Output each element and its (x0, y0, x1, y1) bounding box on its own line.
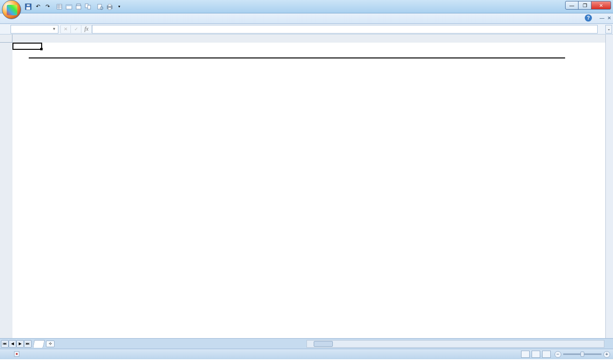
vertical-scrollbar[interactable] (605, 34, 613, 338)
sheet-tab-bar: ⏮ ◀ ▶ ⏭ ✧ (0, 338, 613, 349)
office-button[interactable] (2, 0, 21, 19)
svg-rect-10 (77, 4, 80, 6)
window-controls: — ❐ ✕ (566, 1, 611, 10)
formula-bar: ▼ ✕ ✓ fx ⌄ (0, 24, 613, 34)
save-icon[interactable] (24, 2, 33, 11)
tab-addins[interactable] (115, 21, 126, 23)
tab-review[interactable] (80, 21, 92, 23)
zoom-out-button[interactable]: − (555, 351, 561, 358)
name-box-dropdown-icon[interactable]: ▼ (52, 27, 56, 31)
quick-access-toolbar: ↶ ↷ ▼ (24, 2, 124, 11)
qat-dropdown-icon[interactable]: ▼ (115, 2, 124, 11)
undo-icon[interactable]: ↶ (34, 2, 42, 11)
chart-title (29, 56, 565, 58)
tab-home[interactable] (23, 21, 34, 23)
tab-data[interactable] (69, 21, 80, 23)
svg-point-19 (16, 353, 18, 355)
macro-record-icon[interactable] (13, 351, 20, 358)
title-bar: ↶ ↷ ▼ — ❐ ✕ (0, 0, 613, 13)
formula-expand-icon[interactable]: ⌄ (605, 25, 612, 34)
svg-rect-3 (57, 4, 62, 9)
status-bar: − + (0, 349, 613, 359)
formula-input[interactable] (92, 25, 598, 34)
maximize-button[interactable]: ❐ (578, 1, 591, 10)
zoom-in-button[interactable]: + (603, 351, 610, 358)
print-icon[interactable] (105, 2, 114, 11)
sheet-nav-last-icon[interactable]: ⏭ (24, 340, 32, 348)
workbook-close-icon[interactable]: ✕ (607, 15, 611, 21)
minimize-button[interactable]: — (565, 1, 579, 10)
sheet-nav-first-icon[interactable]: ⏮ (1, 340, 9, 348)
ribbon-tabs: ? — ✕ (0, 13, 613, 24)
close-button[interactable]: ✕ (591, 1, 611, 10)
svg-rect-8 (66, 5, 72, 6)
svg-rect-2 (27, 4, 30, 6)
sheet-tab-active[interactable] (33, 340, 45, 348)
ribbon-minimize-icon[interactable]: — (600, 15, 604, 21)
tab-view[interactable] (92, 21, 103, 23)
column-headers[interactable] (12, 34, 613, 43)
name-box[interactable]: ▼ (11, 25, 58, 34)
qat-icon-4[interactable] (84, 2, 92, 11)
qat-icon-3[interactable] (74, 2, 83, 11)
svg-rect-1 (26, 7, 30, 10)
qat-icon-1[interactable] (55, 2, 64, 11)
horizontal-scrollbar[interactable] (306, 340, 604, 348)
sheet-nav-next-icon[interactable]: ▶ (16, 340, 24, 348)
active-cell[interactable] (12, 43, 42, 50)
fx-icon[interactable]: fx (81, 25, 92, 34)
fx-cancel-icon[interactable]: ✕ (60, 25, 71, 34)
tab-developer[interactable] (103, 21, 115, 23)
print-preview-icon[interactable] (96, 2, 104, 11)
cells-area[interactable] (12, 43, 613, 338)
new-sheet-button[interactable]: ✧ (46, 341, 55, 347)
zoom-slider[interactable] (563, 353, 602, 355)
row-headers[interactable] (0, 43, 12, 338)
worksheet-grid[interactable] (0, 34, 613, 338)
sheet-nav-prev-icon[interactable]: ◀ (9, 340, 16, 348)
tab-insert[interactable] (34, 21, 46, 23)
tab-page-layout[interactable] (46, 21, 57, 23)
view-pagebreak-icon[interactable] (542, 351, 551, 358)
view-layout-icon[interactable] (532, 351, 540, 358)
redo-icon[interactable]: ↷ (43, 2, 52, 11)
qat-icon-2[interactable] (65, 2, 73, 11)
tab-formulas[interactable] (57, 21, 69, 23)
svg-rect-17 (108, 8, 111, 10)
view-normal-icon[interactable] (521, 351, 530, 358)
help-icon[interactable]: ? (585, 14, 592, 22)
select-all-corner[interactable] (0, 34, 12, 43)
svg-rect-16 (108, 4, 111, 6)
fx-accept-icon[interactable]: ✓ (71, 25, 81, 34)
svg-rect-12 (88, 5, 91, 9)
